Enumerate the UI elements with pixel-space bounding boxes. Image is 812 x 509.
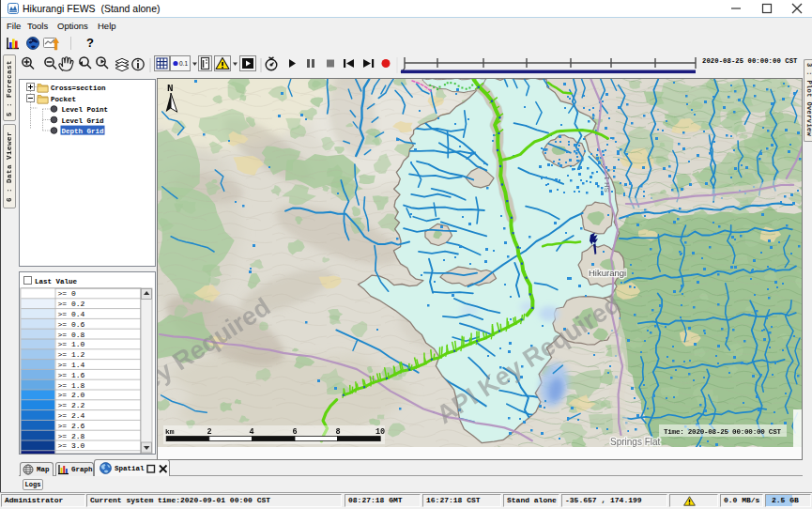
svg-text:Depth Grid: Depth Grid — [62, 128, 104, 135]
svg-text:4: 4 — [249, 427, 253, 437]
svg-text:>= 2.8: >= 2.8 — [58, 432, 85, 440]
svg-text:>= 0.8: >= 0.8 — [58, 331, 85, 339]
svg-text:>= 3.2: >= 3.2 — [58, 452, 85, 454]
svg-text:>= 0: >= 0 — [58, 289, 76, 298]
svg-text:>= 1.6: >= 1.6 — [58, 371, 85, 379]
svg-text:>= 0.6: >= 0.6 — [58, 320, 85, 329]
svg-text:Cross=section: Cross=section — [51, 85, 106, 92]
svg-text:>= 2.0: >= 2.0 — [58, 391, 85, 399]
svg-text:SH 1: SH 1 — [603, 176, 611, 193]
svg-text:>= 1.4: >= 1.4 — [58, 361, 85, 369]
svg-text:>= 3.0: >= 3.0 — [58, 441, 85, 450]
svg-text:8: 8 — [335, 427, 340, 437]
svg-text:0.1: 0.1 — [179, 60, 188, 67]
svg-text:N: N — [167, 83, 174, 94]
svg-text:>= 2.6: >= 2.6 — [58, 422, 85, 430]
svg-text:>= 2.2: >= 2.2 — [58, 401, 85, 409]
svg-text:>= 0.2: >= 0.2 — [58, 300, 85, 308]
svg-text:Time: 2020-08-25 00:00:00 CST: Time: 2020-08-25 00:00:00 CST — [664, 428, 781, 436]
svg-text:>= 2.4: >= 2.4 — [58, 411, 85, 420]
svg-text:2: 2 — [207, 427, 211, 437]
svg-text:Pocket: Pocket — [51, 96, 76, 103]
svg-text:Level Grid: Level Grid — [62, 117, 104, 125]
svg-text:Level Point: Level Point — [62, 106, 109, 114]
svg-text:6: 6 — [292, 427, 297, 437]
svg-text:Hikurangi: Hikurangi — [589, 268, 626, 278]
svg-text:>= 1.0: >= 1.0 — [58, 340, 85, 348]
svg-text:>= 1.2: >= 1.2 — [58, 350, 85, 359]
svg-text:Last Value: Last Value — [35, 278, 78, 285]
svg-text:>= 1.8: >= 1.8 — [58, 381, 85, 390]
svg-text:>= 0.4: >= 0.4 — [58, 310, 85, 318]
svg-text:Springs Flat: Springs Flat — [610, 437, 661, 447]
svg-text:km: km — [165, 427, 175, 436]
svg-text:10: 10 — [375, 427, 385, 437]
